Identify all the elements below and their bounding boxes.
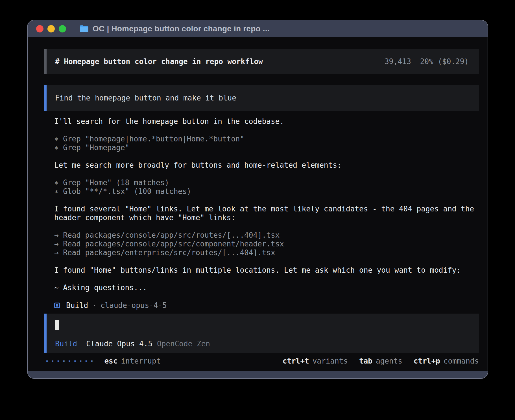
- provider-name: OpenCode Zen: [157, 340, 210, 348]
- mode-label: Build: [55, 340, 77, 348]
- context-usage: 20% ($0.29): [420, 57, 469, 66]
- tab-key: tab: [359, 357, 372, 365]
- tool-call-read: → Read packages/console/app/src/componen…: [54, 240, 479, 248]
- agent-name: Build: [66, 301, 88, 310]
- tool-call-grep: ∗ Grep "Homepage": [54, 143, 479, 152]
- session-title: # Homepage button color change in repo w…: [55, 57, 263, 66]
- folder-icon: [80, 25, 89, 32]
- window-bottom-edge: [28, 371, 488, 378]
- shortcut-variants: ctrl+t variants: [283, 357, 348, 365]
- ctrl-t-key: ctrl+t: [283, 357, 309, 365]
- assistant-text: I found "Home" buttons/links in multiple…: [54, 266, 479, 275]
- tool-call-read: → Read packages/enterprise/src/routes/[.…: [54, 248, 479, 257]
- prompt-input[interactable]: Build Claude Opus 4.5 OpenCode Zen: [44, 314, 479, 353]
- session-header: # Homepage button color change in repo w…: [44, 49, 479, 74]
- ctrl-p-key: ctrl+p: [414, 357, 440, 365]
- statusbar-right: ctrl+t variants tab agents ctrl+p comman…: [283, 357, 479, 365]
- interrupt-label: interrupt: [121, 357, 161, 365]
- spinner-dots: ▪▪▪▪▪▪▪▪▪: [46, 359, 96, 363]
- minimize-button[interactable]: [47, 25, 55, 32]
- user-message-text: Find the homepage button and make it blu…: [55, 94, 236, 102]
- session-stats: 39,413 20% ($0.29): [385, 57, 469, 66]
- tool-call-read: → Read packages/console/app/src/routes/[…: [54, 231, 479, 240]
- assistant-status: ~ Asking questions...: [54, 283, 479, 292]
- tool-call-grep: ∗ Grep "Home" (18 matches): [54, 178, 479, 187]
- titlebar: OC | Homepage button color change in rep…: [28, 20, 488, 37]
- esc-key: esc: [104, 357, 117, 365]
- zoom-button[interactable]: [59, 25, 66, 32]
- agent-model: claude-opus-4-5: [101, 301, 167, 310]
- token-count: 39,413: [385, 57, 411, 66]
- statusbar-left: ▪▪▪▪▪▪▪▪▪ esc interrupt: [46, 357, 161, 365]
- agent-badge: Build · claude-opus-4-5: [54, 301, 479, 310]
- close-button[interactable]: [36, 25, 43, 32]
- build-agent-icon: [54, 303, 60, 308]
- input-status-row: Build Claude Opus 4.5 OpenCode Zen: [55, 340, 470, 348]
- shortcut-commands: ctrl+p commands: [414, 357, 479, 365]
- model-name: Claude Opus 4.5: [86, 340, 152, 348]
- assistant-text: I found several "Home" links. Let me loo…: [54, 205, 479, 222]
- tool-call-glob: ∗ Glob "**/*.tsx" (100 matches): [54, 187, 479, 196]
- text-cursor: [55, 320, 59, 330]
- variants-label: variants: [313, 357, 348, 365]
- terminal-window: OC | Homepage button color change in rep…: [27, 20, 488, 379]
- assistant-text: I'll search for the homepage button in t…: [54, 117, 479, 126]
- tool-call-grep: ∗ Grep "homepage|home.*button|Home.*butt…: [54, 135, 479, 143]
- assistant-text: Let me search more broadly for buttons a…: [54, 161, 479, 170]
- agents-label: agents: [376, 357, 402, 365]
- traffic-lights: [36, 25, 66, 32]
- window-title: OC | Homepage button color change in rep…: [93, 24, 270, 33]
- agent-separator: ·: [92, 301, 97, 310]
- conversation: I'll search for the homepage button in t…: [44, 117, 479, 310]
- statusbar: ▪▪▪▪▪▪▪▪▪ esc interrupt ctrl+t variants …: [44, 356, 479, 365]
- session-view: # Homepage button color change in repo w…: [28, 37, 488, 371]
- shortcut-agents: tab agents: [359, 357, 402, 365]
- user-message: Find the homepage button and make it blu…: [44, 85, 479, 111]
- commands-label: commands: [444, 357, 479, 365]
